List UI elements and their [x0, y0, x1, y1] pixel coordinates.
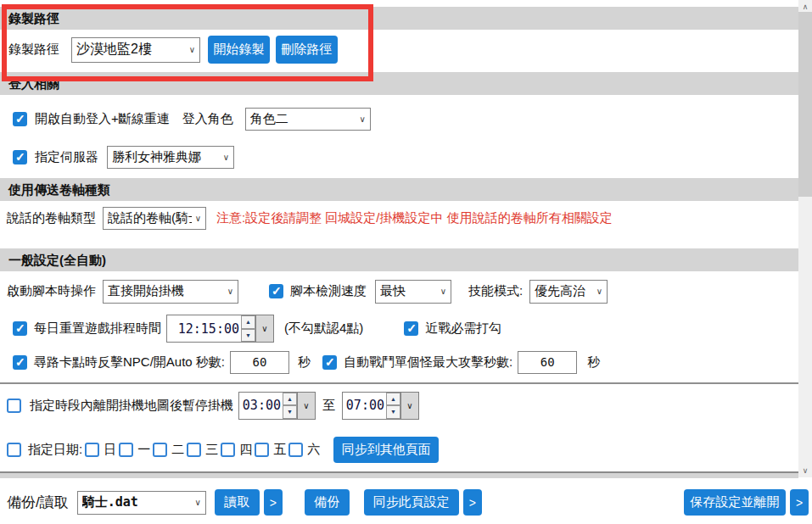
scroll-type-label: 說話的卷軸類型 — [7, 210, 96, 226]
settings-page: 錄製路徑 錄製路徑 沙漠地監2樓 ∨ 開始錄製 刪除路徑 登入相關 開啟自動登入… — [0, 0, 812, 524]
day-sun-checkbox[interactable] — [85, 443, 99, 457]
server-label: 指定伺服器 — [35, 149, 98, 165]
server-checkbox[interactable] — [13, 150, 27, 164]
daily-reset-time-value: 12:15:00 — [167, 321, 241, 337]
detect-speed-select[interactable]: 最快 ∨ — [375, 280, 451, 304]
day-sun-label: 日 — [104, 442, 116, 458]
pause-from-time-picker[interactable]: 03:00 ▲ ▼ — [238, 392, 298, 420]
scrollbar-thumb[interactable] — [798, 12, 812, 197]
autofight-seconds-input[interactable] — [518, 351, 577, 374]
day-fri-checkbox[interactable] — [255, 443, 269, 457]
spinner-down-icon[interactable]: ▼ — [386, 405, 400, 419]
record-path-select[interactable]: 沙漠地監2樓 ∨ — [71, 37, 200, 63]
startup-action-label: 啟動腳本時操作 — [7, 283, 96, 299]
chevron-down-icon: ∨ — [303, 401, 309, 410]
skill-mode-value: 優先高治 — [535, 283, 593, 299]
day-sat-checkbox[interactable] — [288, 443, 303, 457]
pause-period-row: 指定時段內離開掛機地圖後暫停掛機 03:00 ▲ ▼ ∨ 至 07:00 ▲ ▼… — [7, 391, 419, 420]
day-thu-label: 四 — [239, 442, 252, 458]
skill-mode-label: 技能模式: — [468, 283, 523, 299]
chevron-down-icon: ∨ — [189, 45, 195, 54]
sync-more-button[interactable]: > — [463, 489, 482, 516]
next-section-edge — [0, 471, 798, 478]
daily-reset-checkbox[interactable] — [13, 321, 27, 336]
auto-login-checkbox[interactable] — [13, 112, 27, 126]
dates-row: 指定日期: 日 一 二 三 四 五 六 同步到其他頁面 — [7, 437, 439, 463]
spinner-down-icon[interactable]: ▼ — [283, 405, 297, 419]
backup-row: 備份/讀取 騎士.dat ∨ 讀取 > 備份 同步此頁設定 > — [7, 489, 482, 516]
melee-label: 近戰必需打勾 — [425, 321, 501, 337]
npc-counter-row: 尋路卡點時反擊NPC/開Auto 秒數: 秒 自動戰鬥單個怪最大攻擊秒數: 秒 — [13, 350, 600, 374]
start-record-button[interactable]: 開始錄製 — [208, 36, 270, 64]
day-fri-label: 五 — [273, 442, 286, 458]
scroll-type-select[interactable]: 說話的卷軸(騎士 ∨ — [103, 207, 206, 230]
read-more-button[interactable]: > — [264, 489, 283, 516]
pause-to-value: 07:00 — [343, 398, 386, 413]
pause-to-dropdown-button[interactable]: ∨ — [401, 392, 419, 420]
npc-counter-checkbox[interactable] — [13, 355, 27, 370]
spinner-up-icon[interactable]: ▲ — [386, 393, 400, 406]
server-select[interactable]: 勝利女神雅典娜 ∨ — [107, 146, 234, 169]
read-button[interactable]: 讀取 — [215, 489, 260, 516]
backup-section-label: 備份/讀取 — [7, 493, 69, 512]
record-path-label: 錄製路徑 — [8, 42, 59, 58]
dates-checkbox[interactable] — [7, 443, 21, 457]
detect-speed-value: 最快 — [380, 283, 437, 299]
delete-path-button[interactable]: 刪除路徑 — [276, 36, 338, 64]
startup-action-select[interactable]: 直接開始掛機 ∨ — [103, 280, 238, 304]
scroll-type-row: 說話的卷軸類型 說話的卷軸(騎士 ∨ 注意:設定後請調整 回城設定/掛機設定中 … — [7, 206, 613, 230]
day-tue-checkbox[interactable] — [153, 443, 167, 457]
section-header-record-path: 錄製路徑 — [0, 7, 798, 30]
npc-seconds-input[interactable] — [230, 351, 289, 374]
dates-label: 指定日期: — [28, 442, 82, 458]
auto-login-label: 開啟自動登入+斷線重連 登入角色 — [35, 111, 233, 127]
autofight-label: 自動戰鬥單個怪最大攻擊秒數: — [344, 354, 512, 371]
day-wed-label: 三 — [205, 442, 218, 458]
section-header-login: 登入相關 — [0, 72, 798, 95]
daily-reset-note: (不勾默認4點) — [284, 321, 363, 337]
footer-bar: 備份/讀取 騎士.dat ∨ 讀取 > 備份 同步此頁設定 > 保存設定並離開 … — [0, 478, 812, 524]
save-exit-group: 保存設定並離開 > — [684, 489, 809, 516]
spinner-up-icon[interactable]: ▲ — [241, 315, 255, 329]
autofight-checkbox[interactable] — [322, 355, 337, 370]
sync-other-pages-button[interactable]: 同步到其他頁面 — [333, 437, 439, 463]
pause-period-checkbox[interactable] — [7, 399, 21, 413]
login-character-select[interactable]: 角色二 ∨ — [245, 108, 371, 131]
daily-reset-label: 每日重置遊戲排程時間 — [34, 321, 161, 337]
daily-reset-time-picker[interactable]: 12:15:00 ▲ ▼ — [166, 315, 256, 343]
pause-to-label: 至 — [322, 398, 335, 414]
vertical-scrollbar[interactable]: ∧ ∨ — [798, 0, 812, 477]
chevron-down-icon: ∨ — [406, 401, 412, 410]
npc-seconds-unit: 秒 — [298, 354, 311, 371]
scroll-down-icon[interactable]: ∨ — [798, 464, 812, 477]
day-wed-checkbox[interactable] — [187, 443, 201, 457]
daily-reset-row: 每日重置遊戲排程時間 12:15:00 ▲ ▼ ∨ (不勾默認4點) 近戰必需打… — [13, 315, 501, 343]
section-header-general: 一般設定(全自動) — [0, 248, 798, 271]
skill-mode-select[interactable]: 優先高治 ∨ — [529, 280, 608, 304]
save-more-button[interactable]: > — [790, 489, 809, 516]
chevron-down-icon: ∨ — [261, 324, 267, 333]
chevron-down-icon: ∨ — [227, 287, 233, 296]
melee-checkbox[interactable] — [404, 321, 418, 336]
daily-reset-dropdown-button[interactable]: ∨ — [256, 315, 274, 343]
day-mon-label: 一 — [137, 442, 150, 458]
pause-from-dropdown-button[interactable]: ∨ — [298, 392, 316, 420]
day-thu-checkbox[interactable] — [221, 443, 235, 457]
time-spinner: ▲ ▼ — [241, 315, 255, 342]
sync-page-button[interactable]: 同步此頁設定 — [364, 489, 459, 516]
day-mon-checkbox[interactable] — [119, 443, 133, 457]
pause-to-time-picker[interactable]: 07:00 ▲ ▼ — [342, 392, 401, 420]
section-header-scroll-type: 使用傳送卷軸種類 — [0, 178, 798, 201]
spinner-up-icon[interactable]: ▲ — [283, 393, 297, 406]
save-exit-button[interactable]: 保存設定並離開 — [684, 489, 786, 516]
chevron-down-icon: ∨ — [195, 214, 201, 223]
backup-file-select[interactable]: 騎士.dat ∨ — [77, 491, 206, 515]
backup-file-value: 騎士.dat — [82, 494, 192, 510]
server-row: 指定伺服器 勝利女神雅典娜 ∨ — [13, 145, 234, 169]
detect-speed-checkbox[interactable] — [269, 284, 283, 298]
record-path-row: 錄製路徑 沙漠地監2樓 ∨ 開始錄製 刪除路徑 — [8, 36, 338, 64]
spinner-down-icon[interactable]: ▼ — [241, 329, 255, 343]
time-spinner: ▲ ▼ — [283, 393, 297, 419]
time-spinner: ▲ ▼ — [386, 393, 400, 419]
backup-button[interactable]: 備份 — [305, 489, 350, 516]
